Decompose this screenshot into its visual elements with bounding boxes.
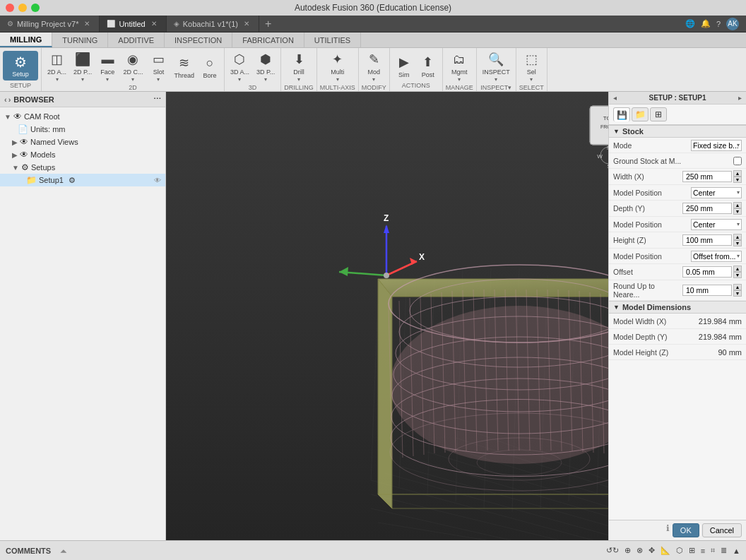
- sidebar-nav-arrows: ‹ ›: [4, 95, 11, 104]
- viewport[interactable]: Z X TOP FRONT RIGHT N S W: [166, 92, 608, 540]
- height-input[interactable]: [682, 234, 732, 246]
- panel-tab-save[interactable]: 💾: [613, 107, 630, 121]
- user-avatar[interactable]: AK: [726, 18, 739, 30]
- width-input[interactable]: [682, 171, 732, 182]
- svg-text:TOP: TOP: [603, 115, 608, 121]
- depth-input[interactable]: [682, 203, 732, 214]
- tool-grid[interactable]: ⌗: [711, 546, 715, 555]
- height-down[interactable]: ▼: [733, 240, 742, 246]
- round-up-input[interactable]: [682, 285, 732, 296]
- 3d-adaptive-button[interactable]: ⬡ 3D A...: [227, 49, 252, 84]
- stock-section-header[interactable]: ▼ Stock: [609, 125, 746, 138]
- tool-display3[interactable]: ≡: [701, 547, 705, 555]
- tab-kobachi[interactable]: ◈ Kobachi1 v1*(1) ✕: [167, 16, 259, 32]
- close-button[interactable]: [6, 4, 14, 12]
- mode-tab-turning[interactable]: TURNING: [52, 32, 108, 47]
- ground-stock-checkbox[interactable]: [733, 157, 742, 165]
- toolbar-section-manage: 🗂 Mgmt MANAGE: [443, 48, 477, 91]
- drilling-buttons: ⬇ Drill: [288, 49, 310, 84]
- offset-down[interactable]: ▼: [733, 272, 742, 278]
- ok-button[interactable]: OK: [673, 523, 699, 537]
- tool-measure[interactable]: 📐: [661, 546, 670, 555]
- width-up[interactable]: ▲: [733, 170, 742, 177]
- mode-tab-inspection[interactable]: INSPECTION: [165, 32, 232, 47]
- sidebar-collapse-icon[interactable]: ⋯: [153, 95, 161, 104]
- thread-button[interactable]: ≋ Thread: [171, 53, 197, 81]
- tool-display1[interactable]: ⬡: [676, 546, 683, 555]
- mode-tab-utilities[interactable]: UTILITIES: [304, 32, 361, 47]
- post-button[interactable]: ⬆ Post: [417, 52, 439, 80]
- sidebar-header: ‹ › BROWSER ⋯: [0, 92, 165, 107]
- offset-input[interactable]: [682, 266, 732, 278]
- 3d-pocket-button[interactable]: ⬢ 3D P...: [254, 49, 278, 84]
- select-button[interactable]: ⬚ Sel: [520, 49, 543, 84]
- face-button[interactable]: ▬ Face: [96, 49, 119, 84]
- inspect-button[interactable]: 🔍 INSPECT: [480, 49, 513, 84]
- tree-item-setup1[interactable]: 📁 Setup1 ⚙ 👁: [0, 174, 165, 186]
- toggle-icon[interactable]: ⏶: [59, 546, 68, 556]
- mode-tab-milling[interactable]: MILLING: [0, 32, 52, 47]
- model-height-value: 90 mm: [718, 348, 742, 357]
- cancel-button[interactable]: Cancel: [702, 523, 742, 537]
- tab-untitled[interactable]: ⬜ Untitled ✕: [100, 16, 166, 32]
- model-pos-y-select[interactable]: Center: [691, 219, 742, 230]
- modify-button[interactable]: ✎ Mod: [362, 49, 385, 84]
- tab-close-milling[interactable]: ✕: [82, 19, 92, 29]
- tab-close-untitled[interactable]: ✕: [149, 19, 159, 29]
- panel-collapse-left[interactable]: ◂: [613, 94, 617, 102]
- setups-icon: ⚙: [21, 162, 29, 172]
- panel-tab-grid[interactable]: ⊞: [650, 107, 667, 121]
- round-up-up[interactable]: ▲: [733, 284, 742, 290]
- model-dims-section-header[interactable]: ▼ Model Dimensions: [609, 301, 746, 314]
- field-model-height: Model Height (Z) 90 mm: [609, 345, 746, 360]
- tree-item-units[interactable]: 📄 Units: mm: [0, 123, 165, 136]
- depth-down[interactable]: ▼: [733, 208, 742, 215]
- offset-up[interactable]: ▲: [733, 266, 742, 272]
- forward-arrow-icon[interactable]: ›: [8, 95, 11, 104]
- maximize-button[interactable]: [31, 4, 40, 12]
- simulate-button[interactable]: ▶ Sim: [393, 52, 415, 80]
- tool-more[interactable]: ▲: [733, 547, 740, 555]
- 2d-contour-button[interactable]: ◉ 2D C...: [120, 49, 146, 84]
- tab-close-kobachi[interactable]: ✕: [242, 19, 251, 29]
- minimize-button[interactable]: [18, 4, 27, 12]
- tree-item-named-views[interactable]: ▶ 👁 Named Views: [0, 136, 165, 148]
- model-pos-x-select[interactable]: Center: [691, 187, 742, 198]
- depth-up[interactable]: ▲: [733, 202, 742, 208]
- 2d-adaptive-button[interactable]: ◫ 2D A...: [45, 49, 69, 84]
- svg-text:X: X: [419, 252, 425, 262]
- mode-tab-fabrication[interactable]: FABRICATION: [232, 32, 304, 47]
- 2d-pocket-button[interactable]: ⬛ 2D P...: [71, 49, 95, 84]
- tree-item-models[interactable]: ▶ 👁 Models: [0, 148, 165, 161]
- tree-item-cam-root[interactable]: ▼ 👁 CAM Root: [0, 110, 165, 123]
- slot-button[interactable]: ▭ Slot: [147, 49, 170, 84]
- tool-display2[interactable]: ⊞: [689, 546, 695, 555]
- width-down[interactable]: ▼: [733, 177, 742, 183]
- panel-tab-folder[interactable]: 📁: [632, 107, 649, 121]
- setup-button[interactable]: ⚙ Setup: [3, 51, 38, 81]
- height-up[interactable]: ▲: [733, 234, 742, 240]
- tool-zoom[interactable]: ⊕: [624, 546, 631, 555]
- tool-pan[interactable]: ✥: [649, 546, 655, 555]
- mode-select[interactable]: Fixed size b...: [691, 140, 742, 151]
- tree-item-setups[interactable]: ▼ ⚙ Setups: [0, 161, 165, 174]
- drilling-button[interactable]: ⬇ Drill: [288, 49, 310, 84]
- back-arrow-icon[interactable]: ‹: [4, 95, 7, 104]
- panel-expand-right[interactable]: ▸: [738, 94, 742, 102]
- model-pos-z-select[interactable]: Offset from...: [691, 251, 742, 262]
- new-tab-button[interactable]: +: [259, 16, 277, 32]
- tool-settings[interactable]: ≣: [721, 546, 727, 555]
- tool-orbit[interactable]: ⊗: [637, 546, 643, 555]
- round-up-down[interactable]: ▼: [733, 290, 742, 297]
- tool-undo-redo[interactable]: ↺↻: [606, 546, 619, 555]
- field-model-pos-y: Model Position Center: [609, 217, 746, 232]
- manage-button[interactable]: 🗂 Mgmt: [448, 49, 470, 84]
- mode-tab-additive[interactable]: ADDITIVE: [108, 32, 165, 47]
- multiaxis-button[interactable]: ✦ Multi: [326, 49, 349, 84]
- bore-button[interactable]: ○ Bore: [199, 53, 221, 81]
- model-pos-y-value: Center: [691, 219, 742, 230]
- scene-background: Z X TOP FRONT RIGHT N S W: [166, 92, 608, 540]
- mode-tab-fabrication-label: FABRICATION: [242, 36, 294, 44]
- tab-milling[interactable]: ⚙ Milling Project v7* ✕: [0, 16, 100, 32]
- statusbar: COMMENTS ⏶ ↺↻ ⊕ ⊗ ✥ 📐 ⬡ ⊞ ≡ ⌗ ≣ ▲: [0, 540, 746, 560]
